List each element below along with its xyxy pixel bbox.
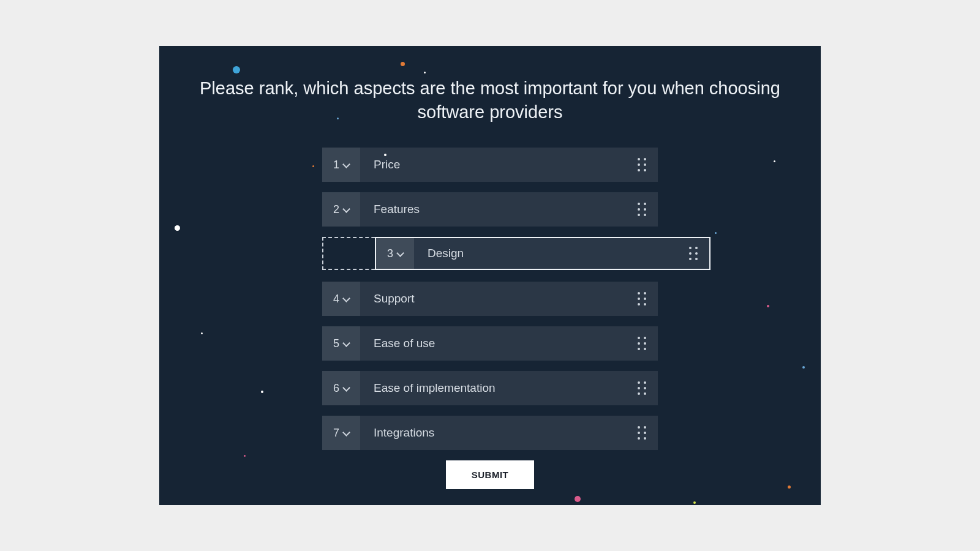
rank-item[interactable]: 7Integrations bbox=[322, 416, 658, 450]
decorative-dot bbox=[788, 485, 791, 489]
rank-label: Integrations bbox=[360, 416, 626, 450]
drag-handle[interactable] bbox=[626, 148, 658, 182]
rank-row: 4Support bbox=[322, 282, 658, 316]
decorative-dot bbox=[575, 496, 581, 502]
grip-icon bbox=[638, 292, 646, 305]
chevron-down-icon bbox=[343, 296, 349, 302]
decorative-dot bbox=[233, 66, 240, 73]
rank-item[interactable]: 2Features bbox=[322, 192, 658, 227]
grip-icon bbox=[638, 203, 646, 216]
submit-button[interactable]: SUBMIT bbox=[446, 460, 535, 489]
rank-item-dragged[interactable]: 3Design bbox=[375, 237, 710, 270]
chevron-down-icon bbox=[343, 206, 349, 212]
decorative-dot bbox=[244, 455, 246, 457]
rank-number-select[interactable]: 4 bbox=[322, 282, 360, 316]
rank-item[interactable]: 5Ease of use bbox=[322, 326, 658, 361]
rank-label: Ease of use bbox=[360, 326, 626, 361]
decorative-dot bbox=[424, 72, 426, 73]
rank-number: 1 bbox=[333, 159, 339, 171]
rank-number-select[interactable]: 3 bbox=[376, 238, 414, 269]
decorative-dot bbox=[175, 225, 180, 231]
decorative-dot bbox=[693, 501, 696, 504]
rank-number: 3 bbox=[387, 247, 393, 260]
chevron-down-icon bbox=[397, 250, 403, 257]
drag-handle[interactable] bbox=[626, 371, 658, 405]
rank-label: Design bbox=[414, 238, 677, 269]
decorative-dot bbox=[767, 305, 769, 307]
grip-icon bbox=[638, 158, 646, 171]
rank-number-select[interactable]: 1 bbox=[322, 148, 360, 182]
drag-handle[interactable] bbox=[626, 282, 658, 316]
grip-icon bbox=[638, 337, 646, 350]
rank-number-select[interactable]: 2 bbox=[322, 192, 360, 227]
rank-item[interactable]: 6Ease of implementation bbox=[322, 371, 658, 405]
grip-icon bbox=[638, 381, 646, 395]
rank-list: 1Price2Features3Design4Support5Ease of u… bbox=[322, 148, 658, 450]
grip-icon bbox=[638, 426, 646, 440]
rank-number: 7 bbox=[333, 427, 339, 440]
rank-row: 2Features bbox=[322, 192, 658, 227]
rank-number-select[interactable]: 7 bbox=[322, 416, 360, 450]
rank-number-select[interactable]: 5 bbox=[322, 326, 360, 361]
decorative-dot bbox=[774, 160, 775, 162]
rank-number: 6 bbox=[333, 382, 339, 395]
survey-card: Please rank, which aspects are the most … bbox=[159, 46, 821, 505]
drag-handle[interactable] bbox=[677, 238, 709, 269]
drag-handle[interactable] bbox=[626, 416, 658, 450]
rank-label: Ease of implementation bbox=[360, 371, 626, 405]
rank-label: Features bbox=[360, 192, 626, 227]
decorative-dot bbox=[261, 391, 263, 393]
drag-handle[interactable] bbox=[626, 192, 658, 227]
chevron-down-icon bbox=[343, 340, 349, 347]
rank-label: Support bbox=[360, 282, 626, 316]
rank-item[interactable]: 4Support bbox=[322, 282, 658, 316]
rank-number-select[interactable]: 6 bbox=[322, 371, 360, 405]
rank-row: 6Ease of implementation bbox=[322, 371, 658, 405]
decorative-dot bbox=[401, 62, 405, 66]
chevron-down-icon bbox=[343, 162, 349, 168]
drag-handle[interactable] bbox=[626, 326, 658, 361]
grip-icon bbox=[689, 247, 698, 260]
decorative-dot bbox=[802, 366, 805, 369]
rank-number: 5 bbox=[333, 337, 339, 350]
chevron-down-icon bbox=[343, 385, 349, 391]
decorative-dot bbox=[312, 165, 314, 167]
rank-number: 2 bbox=[333, 203, 339, 216]
rank-label: Price bbox=[360, 148, 626, 182]
decorative-dot bbox=[715, 232, 717, 234]
rank-row: 7Integrations bbox=[322, 416, 658, 450]
chevron-down-icon bbox=[343, 430, 349, 436]
rank-item[interactable]: 1Price bbox=[322, 148, 658, 182]
rank-row: 5Ease of use bbox=[322, 326, 658, 361]
decorative-dot bbox=[201, 332, 203, 334]
rank-row: 1Price bbox=[322, 148, 658, 182]
rank-number: 4 bbox=[333, 293, 339, 305]
rank-row: 3Design bbox=[322, 237, 658, 271]
question-title: Please rank, which aspects are the most … bbox=[159, 77, 821, 124]
